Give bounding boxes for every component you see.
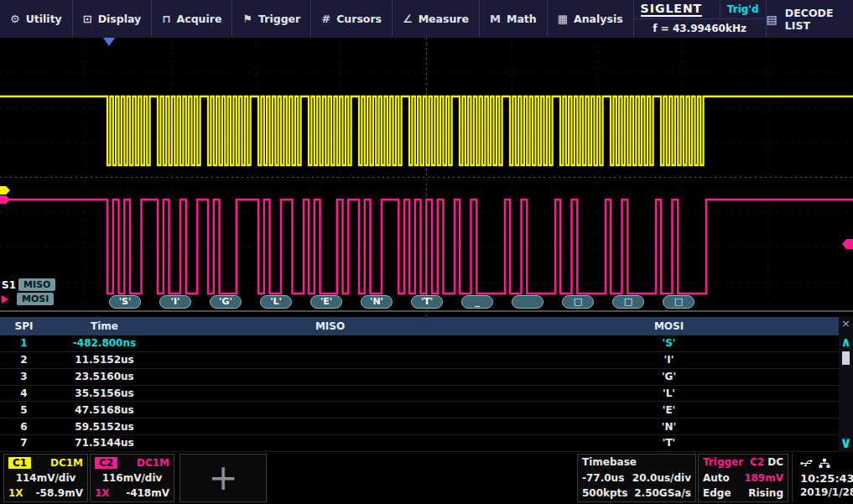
menu-item-utility[interactable]: ⚙ Utility: [0, 0, 73, 38]
menu-item-measure[interactable]: ∠ Measure: [393, 0, 480, 38]
c2-attenuation: 1X: [95, 488, 110, 499]
menu-item-label: Math: [507, 13, 537, 25]
c1-coupling: DC1M: [50, 458, 83, 469]
table-body: 1-482.800ns'S'211.5152us'I'323.5160us'G'…: [0, 335, 853, 452]
table-row[interactable]: 659.5152us'N': [0, 418, 839, 435]
decode-bubble: 'L': [260, 295, 292, 309]
timebase-box[interactable]: Timebase -77.0us 20.0us/div 500kpts 2.50…: [577, 454, 696, 502]
table-cell: 'E': [499, 404, 839, 416]
miso-label[interactable]: MISO: [18, 278, 55, 291]
menu-item-math[interactable]: M Math: [480, 0, 548, 38]
trigger-level: 189mV: [744, 473, 783, 484]
add-channel-button[interactable]: +: [179, 454, 267, 502]
c2-badge: C2: [95, 457, 117, 469]
acquire-icon: ⊓: [162, 13, 170, 24]
trigger-type: Edge: [703, 488, 731, 499]
trigger-source: C2: [750, 457, 764, 468]
decode-bubble: 'E': [310, 295, 342, 309]
column-header-spi: SPI: [0, 320, 48, 332]
trigger-status-badge: Trig'd: [720, 0, 759, 18]
menu-item-label: Utility: [26, 13, 62, 25]
menu-item-trigger[interactable]: ⚑ Trigger: [232, 0, 311, 38]
trigger-box[interactable]: Trigger C2 DC Auto 189mV Edge Rising: [698, 454, 788, 502]
table-row[interactable]: 547.5168us'E': [0, 402, 839, 418]
table-cell: 'G': [499, 371, 839, 382]
status-bar: C1 DC1M 114mV/div 1X -58.9mV C2 DC1M 116…: [0, 452, 853, 504]
channel2-box[interactable]: C2 DC1M 116mV/div 1X -418mV: [90, 454, 174, 502]
trigger-title: Trigger: [703, 457, 743, 468]
table-cell: 6: [0, 421, 48, 433]
mosi-label[interactable]: MOSI: [17, 293, 54, 305]
decode-list-button[interactable]: ▤ DECODE LIST: [767, 0, 853, 38]
trigger-frequency: f = 43.99460kHz: [634, 19, 766, 38]
math-icon: M: [490, 13, 501, 24]
clipboard-icon: ▤: [767, 13, 778, 26]
menu-item-analysis[interactable]: ▦ Analysis: [548, 0, 634, 38]
decode-bubble: □: [562, 295, 594, 309]
decode-bus-label: S1: [2, 279, 16, 291]
timebase-points: 500kpts: [582, 488, 628, 499]
decode-bubble: 'N': [361, 295, 393, 309]
flag-icon: ⚑: [242, 13, 252, 24]
graticule-and-traces: [0, 38, 853, 317]
table-row[interactable]: 323.5160us'G': [0, 369, 839, 386]
display-icon: ⊡: [83, 13, 92, 24]
menu-item-label: Analysis: [574, 13, 623, 25]
menu-item-label: Trigger: [258, 13, 300, 25]
table-header: SPI Time MISO MOSI: [0, 317, 839, 335]
menu-item-label: Cursors: [336, 13, 382, 25]
table-row[interactable]: 211.5152us'I': [0, 352, 839, 369]
trigger-position-marker[interactable]: [103, 38, 115, 46]
decode-miso-row: S1 MISO: [0, 278, 55, 291]
menu-item-label: Measure: [419, 13, 469, 25]
menu-item-cursors[interactable]: # Cursors: [311, 0, 393, 38]
column-header-miso: MISO: [161, 320, 499, 332]
scroll-down-icon[interactable]: ∨: [840, 435, 852, 450]
timebase-title: Timebase: [582, 457, 637, 468]
c1-attenuation: 1X: [8, 488, 23, 499]
decode-bubble: 'G': [210, 295, 242, 309]
scrollbar-thumb[interactable]: [842, 351, 850, 365]
close-icon[interactable]: ×: [841, 317, 850, 331]
timebase-delay: -77.0us: [582, 473, 624, 484]
decode-bubble: 'S': [109, 295, 141, 309]
table-cell: 47.5168us: [48, 404, 161, 416]
clock-box: 10:25:43 2019/1/28: [792, 454, 852, 502]
decode-bubble: 'T': [411, 295, 443, 309]
menu-item-display[interactable]: ⊡ Display: [73, 0, 152, 38]
table-cell: 1: [0, 337, 48, 349]
table-cell: 'N': [499, 421, 839, 433]
menu-item-acquire[interactable]: ⊓ Acquire: [152, 0, 232, 38]
table-cell: 4: [0, 387, 48, 399]
table-cell: 7: [0, 437, 48, 449]
decode-mosi-row: MOSI: [0, 293, 54, 305]
table-cell: -482.800ns: [48, 337, 161, 349]
menu-item-label: Acquire: [177, 13, 222, 25]
table-row[interactable]: 1-482.800ns'S': [0, 335, 839, 352]
trigger-slope: Rising: [748, 488, 783, 499]
column-header-time: Time: [48, 320, 161, 332]
waveform-display[interactable]: S1 MISO MOSI 'S''I''G''L''E''N''T'_□□□: [0, 38, 853, 317]
column-header-mosi: MOSI: [499, 320, 839, 332]
table-cell: 'S': [499, 337, 839, 349]
channel1-box[interactable]: C1 DC1M 114mV/div 1X -58.9mV: [3, 454, 88, 502]
decode-bubble: 'I': [159, 295, 191, 309]
c1-scale: 114mV/div: [16, 473, 76, 484]
table-row[interactable]: 771.5144us'T': [0, 435, 839, 452]
table-cell: 'L': [499, 387, 839, 399]
table-cell: 'T': [499, 437, 839, 449]
table-scrollbar: × ∧ ∨: [839, 317, 853, 452]
decode-list-label: DECODE LIST: [785, 7, 853, 32]
oscilloscope-screen: ⚙ Utility ⊡ Display ⊓ Acquire ⚑ Trigger …: [0, 0, 853, 504]
usb-icon: [800, 459, 813, 470]
table-cell: 11.5152us: [48, 354, 161, 366]
c2-scale: 116mV/div: [102, 473, 163, 484]
table-cell: 59.5152us: [48, 421, 161, 433]
scroll-up-icon[interactable]: ∧: [840, 336, 850, 349]
plus-icon: +: [208, 461, 237, 495]
table-row[interactable]: 435.5156us'L': [0, 386, 839, 403]
menu-item-label: Display: [98, 13, 142, 25]
table-cell: 2: [0, 354, 48, 366]
timebase-scale: 20.0us/div: [632, 473, 691, 484]
analysis-icon: ▦: [558, 13, 568, 24]
